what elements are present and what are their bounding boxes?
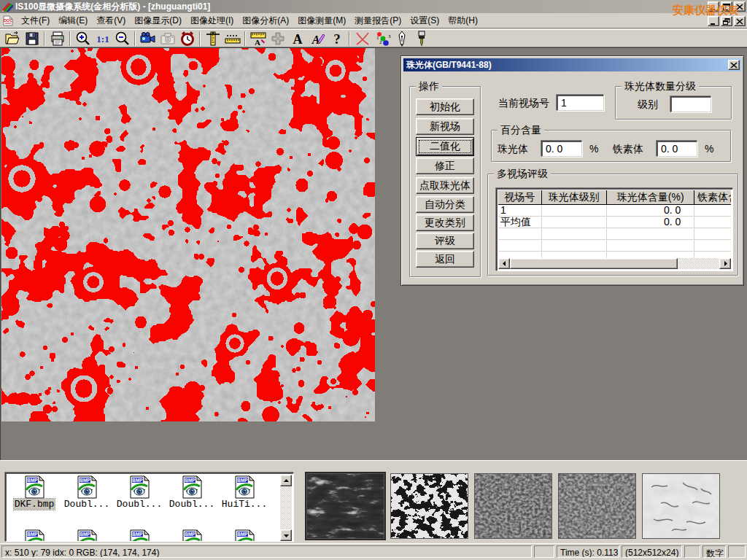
clock-toolbar-button[interactable]	[177, 30, 197, 47]
micrograph-view[interactable]	[1, 48, 375, 421]
status-empty-1	[534, 545, 554, 558]
file-item[interactable]: BMPDKF.bmp	[9, 475, 60, 510]
op-button-7[interactable]: 评级	[416, 233, 474, 249]
move-cross-toolbar-button[interactable]	[268, 30, 287, 47]
thumbnail-2[interactable]	[390, 473, 468, 539]
table-horizontal-scrollbar[interactable]	[498, 258, 731, 269]
brush-toolbar-button[interactable]	[411, 30, 431, 47]
op-button-3[interactable]: 修正	[416, 158, 474, 174]
video-camera-toolbar-button[interactable]	[138, 30, 158, 47]
thumbnail-1[interactable]	[306, 473, 384, 539]
scroll-down-button[interactable]	[280, 529, 292, 541]
pearlite-input[interactable]: 0. 0	[541, 141, 582, 157]
text-a-toolbar-button[interactable]: A	[287, 30, 307, 47]
class-dots-toolbar-button[interactable]: 123	[372, 30, 392, 47]
menu-item-7[interactable]: 测量报告(P)	[350, 12, 406, 29]
file-item[interactable]: BMPDoubl...	[61, 475, 112, 510]
file-item[interactable]: BMPHuiTi...	[219, 475, 270, 510]
op-button-4[interactable]: 点取珠光体	[416, 177, 474, 194]
file-item[interactable]: BMPDoubl...	[114, 475, 165, 510]
thumbnail-5[interactable]	[642, 473, 720, 539]
table-cell	[542, 240, 607, 251]
mdi-restore-button[interactable]	[721, 16, 732, 26]
menu-item-2[interactable]: 查看(V)	[92, 12, 130, 29]
svg-text:BMP: BMP	[80, 478, 90, 483]
table-row[interactable]: 1 0. 0	[498, 205, 731, 217]
text-edit-toolbar-button[interactable]: A	[307, 30, 327, 47]
file-item-partial[interactable]: BMP	[114, 529, 165, 541]
dialog-close-button[interactable]	[728, 60, 740, 70]
grade-level-input[interactable]	[670, 96, 711, 112]
down-arrow-icon	[284, 533, 289, 538]
mdi-close-icon	[736, 18, 743, 25]
dialog-title-bar[interactable]: 珠光体(GB/T9441-88)	[403, 58, 741, 71]
scroll-left-arrow[interactable]	[498, 258, 510, 269]
scrollbar-track[interactable]	[678, 258, 719, 269]
file-item-partial[interactable]: BMP	[9, 529, 60, 541]
menu-item-5[interactable]: 图像分析(A)	[238, 12, 293, 29]
menu-item-1[interactable]: 编辑(E)	[54, 12, 92, 29]
menu-item-4[interactable]: 图像处理(I)	[186, 12, 238, 29]
percent-group: 百分含量 珠光体 0. 0 % 铁素体 0. 0 %	[491, 130, 731, 162]
table-cell	[542, 205, 607, 216]
ruler-horizontal-icon	[224, 30, 241, 47]
scroll-right-arrow[interactable]	[719, 258, 731, 269]
menu-item-9[interactable]: 帮助(H)	[444, 12, 482, 29]
caliper-vertical-toolbar-button[interactable]	[203, 30, 222, 47]
menu-bar: DOC 文件(F)编辑(E)查看(V)图像显示(D)图像处理(I)图像分析(A)…	[0, 13, 747, 28]
op-button-2[interactable]: 二值化	[416, 137, 474, 156]
micrograph-image[interactable]	[1, 48, 375, 421]
menu-item-6[interactable]: 图像测量(M)	[293, 12, 350, 29]
op-button-5[interactable]: 自动分类	[416, 196, 474, 213]
ruler-text-toolbar-button[interactable]: A	[248, 30, 268, 47]
file-name: DKF.bmp	[14, 499, 55, 510]
text-edit-icon: A	[309, 30, 326, 47]
op-button-label: 修正	[435, 160, 455, 173]
document-icon[interactable]: DOC	[2, 15, 14, 26]
file-list[interactable]: BMPDKF.bmpBMPDoubl...BMPDoubl...BMPDoubl…	[5, 472, 294, 542]
pearlite-dialog[interactable]: 珠光体(GB/T9441-88) 操作 初始化新视场二值化修正点取珠光体自动分类…	[400, 55, 744, 286]
op-button-0[interactable]: 初始化	[416, 98, 474, 115]
toolbar-separator	[199, 31, 201, 46]
zoom-out-toolbar-button[interactable]	[112, 30, 132, 47]
rating-table[interactable]: 视场号 珠光体级别 珠光体含量(%) 铁素体含量(%) 1 0. 0 平均值 0…	[496, 188, 733, 271]
file-name: Doubl...	[169, 499, 215, 510]
file-item-partial[interactable]: BMP	[219, 529, 270, 541]
thumbnail-4[interactable]	[558, 473, 636, 539]
thumbnail-image-4	[559, 474, 635, 538]
scroll-up-button[interactable]	[280, 475, 292, 486]
ruler-horizontal-toolbar-button[interactable]	[222, 30, 242, 47]
op-button-8[interactable]: 返回	[416, 251, 474, 268]
op-button-label: 评级	[435, 235, 455, 248]
zoom-1to1-toolbar-button[interactable]: 1:1	[93, 30, 112, 47]
pen-nib-toolbar-button[interactable]	[392, 30, 411, 47]
pen-nib-icon	[393, 30, 411, 47]
mdi-minimize-icon	[710, 18, 717, 25]
menu-item-0[interactable]: 文件(F)	[17, 12, 54, 29]
current-field-input[interactable]: 1	[557, 95, 604, 111]
file-list-scrollbar[interactable]	[280, 475, 292, 541]
status-position: x: 510 y: 79 idx: 0 RGB: (174, 174, 174)	[1, 545, 532, 558]
mdi-minimize-button[interactable]	[708, 16, 719, 26]
table-row[interactable]: 平均值 0. 0	[498, 217, 731, 228]
menu-item-8[interactable]: 设置(S)	[406, 12, 444, 29]
save-toolbar-button[interactable]	[22, 30, 42, 47]
help-toolbar-button[interactable]: ?	[327, 30, 347, 47]
menu-item-3[interactable]: 图像显示(D)	[130, 12, 186, 29]
thumbnail-3[interactable]	[474, 473, 552, 539]
file-item-partial[interactable]: BMP	[166, 529, 217, 541]
op-button-1[interactable]: 新视场	[416, 118, 474, 135]
print-toolbar-button[interactable]	[47, 30, 67, 47]
ferrite-input[interactable]: 0. 0	[657, 141, 697, 157]
file-item-partial[interactable]: BMP	[61, 529, 112, 541]
camera-toolbar-button[interactable]	[158, 30, 177, 47]
open-toolbar-button[interactable]	[2, 30, 22, 47]
zoom-in-toolbar-button[interactable]	[73, 30, 93, 47]
scrollbar-thumb[interactable]	[510, 258, 678, 269]
table-cell: 1	[498, 205, 542, 216]
mdi-close-button[interactable]	[734, 16, 746, 26]
file-item[interactable]: BMPDoubl...	[166, 475, 217, 510]
op-button-6[interactable]: 更改类别	[416, 214, 474, 231]
title-bar[interactable]: IS100显微摄像系统(金相分析版) - [zhuguangti01]	[0, 0, 747, 13]
curve-tool-toolbar-button[interactable]	[352, 30, 372, 47]
